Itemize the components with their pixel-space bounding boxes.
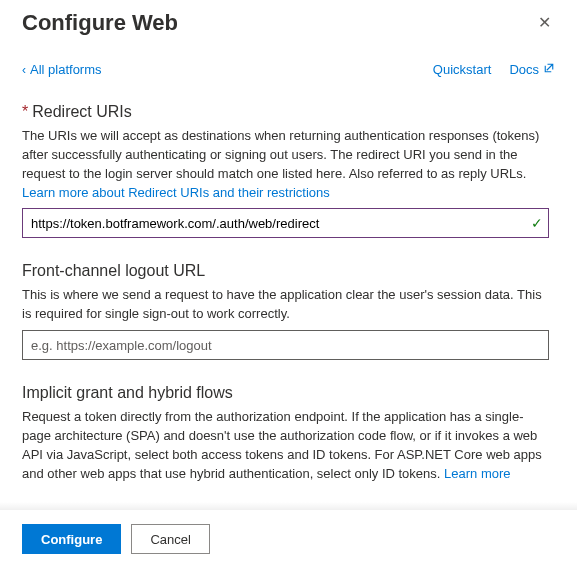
quickstart-link[interactable]: Quickstart xyxy=(433,62,492,77)
redirect-learn-more-link[interactable]: Learn more about Redirect URIs and their… xyxy=(22,185,330,200)
page-title: Configure Web xyxy=(22,10,178,36)
section-title-redirect: Redirect URIs xyxy=(22,103,549,121)
logout-desc: This is where we send a request to have … xyxy=(22,286,549,324)
implicit-learn-more-link[interactable]: Learn more xyxy=(444,466,510,481)
cancel-button[interactable]: Cancel xyxy=(131,524,209,554)
docs-link[interactable]: Docs xyxy=(509,62,555,77)
content-scroll[interactable]: Redirect URIs The URIs we will accept as… xyxy=(22,97,555,500)
logout-url-input[interactable] xyxy=(22,330,549,360)
close-icon: ✕ xyxy=(538,14,551,31)
docs-label: Docs xyxy=(509,62,539,77)
section-title-logout: Front-channel logout URL xyxy=(22,262,549,280)
chevron-left-icon: ‹ xyxy=(22,63,26,77)
topbar: ‹ All platforms Quickstart Docs xyxy=(22,62,555,77)
configure-button[interactable]: Configure xyxy=(22,524,121,554)
external-link-icon xyxy=(543,62,555,77)
back-label: All platforms xyxy=(30,62,102,77)
logout-url-field-wrap xyxy=(22,330,549,360)
footer: Configure Cancel xyxy=(0,509,577,568)
redirect-uri-input[interactable] xyxy=(22,208,549,238)
redirect-desc: The URIs we will accept as destinations … xyxy=(22,127,549,202)
back-all-platforms-link[interactable]: ‹ All platforms xyxy=(22,62,102,77)
implicit-desc: Request a token directly from the author… xyxy=(22,408,549,483)
header: Configure Web ✕ xyxy=(22,10,555,36)
section-title-implicit: Implicit grant and hybrid flows xyxy=(22,384,549,402)
redirect-uri-field-wrap: ✓ xyxy=(22,208,549,238)
check-icon: ✓ xyxy=(531,215,543,231)
close-button[interactable]: ✕ xyxy=(534,11,555,35)
